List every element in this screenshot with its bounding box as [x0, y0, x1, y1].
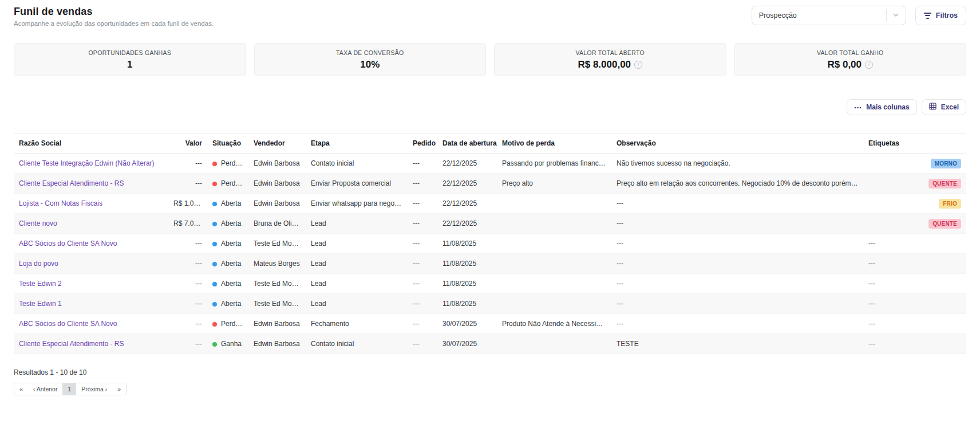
valor-cell: ---	[168, 234, 207, 254]
status-dot-icon	[212, 342, 217, 347]
vendedor-cell: Teste Ed Mobile	[248, 274, 306, 294]
column-header: Razão Social	[14, 133, 168, 154]
etiquetas-cell: ---	[863, 294, 966, 314]
page-title: Funil de vendas	[14, 6, 214, 18]
opportunity-link[interactable]: Teste Edwin 2	[19, 280, 62, 288]
situacao-cell: Aberta	[207, 234, 248, 254]
pedido-cell: ---	[408, 194, 437, 214]
column-header: Etiquetas	[863, 133, 966, 154]
table-row: Lojista - Com Notas FiscaisR$ 1.000,00Ab…	[14, 194, 966, 214]
razao-social-cell: ABC Sócios do Cliente SA Novo	[14, 314, 168, 334]
etiqueta-badge: FRIO	[939, 199, 961, 209]
kpi-value: R$ 0,00 i	[827, 59, 873, 70]
pedido-cell: ---	[408, 154, 437, 174]
column-header: Valor	[168, 133, 207, 154]
motivo-perda-cell	[497, 254, 611, 274]
pagination-button[interactable]: »	[112, 383, 126, 395]
opportunity-link[interactable]: Cliente novo	[19, 219, 57, 227]
etiquetas-cell: ---	[863, 274, 966, 294]
vendedor-cell: Edwin Barbosa	[248, 174, 306, 194]
table-row: Teste Edwin 1---AbertaTeste Ed MobileLea…	[14, 294, 966, 314]
kpi-label: OPORTUNIDADES GANHAS	[88, 49, 171, 56]
pagination-button[interactable]: ‹ Anterior	[28, 383, 63, 395]
etapa-cell: Contato inicial	[306, 334, 408, 354]
motivo-perda-cell	[497, 294, 611, 314]
kpi-value: 10%	[360, 59, 380, 70]
pedido-cell: ---	[408, 174, 437, 194]
etiquetas-cell: QUENTE	[863, 214, 966, 234]
filter-icon	[924, 13, 931, 19]
ellipsis-icon	[854, 103, 862, 111]
table-row: Loja do povo---AbertaMateus BorgesLead--…	[14, 254, 966, 274]
opportunity-link[interactable]: Cliente Teste Integração Edwin (Não Alte…	[19, 159, 155, 167]
razao-social-cell: ABC Sócios do Cliente SA Novo	[14, 234, 168, 254]
razao-social-cell: Loja do povo	[14, 254, 168, 274]
table-row: Cliente Teste Integração Edwin (Não Alte…	[14, 154, 966, 174]
etapa-cell: Lead	[306, 274, 408, 294]
etiqueta-badge: MORNO	[931, 159, 961, 168]
funnel-select[interactable]: Prospecção	[752, 6, 906, 25]
vendedor-cell: Edwin Barbosa	[248, 334, 306, 354]
observacao-cell: ---	[611, 274, 863, 294]
vendedor-cell: Teste Ed Mobile	[248, 294, 306, 314]
opportunity-link[interactable]: Loja do povo	[19, 260, 58, 268]
info-icon[interactable]: i	[865, 61, 873, 69]
data-abertura-cell: 22/12/2025	[437, 214, 497, 234]
opportunity-link[interactable]: Cliente Especial Atendimento - RS	[19, 340, 124, 348]
razao-social-cell: Teste Edwin 2	[14, 274, 168, 294]
motivo-perda-cell: Preço alto	[497, 174, 611, 194]
data-abertura-cell: 22/12/2025	[437, 174, 497, 194]
table-body: Cliente Teste Integração Edwin (Não Alte…	[14, 154, 966, 354]
status-dot-icon	[212, 202, 217, 206]
observacao-cell: ---	[611, 234, 863, 254]
etiquetas-cell: ---	[863, 334, 966, 354]
kpi-card-total-open-value: VALOR TOTAL ABERTO R$ 8.000,00 i	[494, 43, 726, 76]
motivo-perda-cell	[497, 214, 611, 234]
column-header: Situação	[207, 133, 248, 154]
opportunity-link[interactable]: Teste Edwin 1	[19, 300, 62, 308]
valor-cell: ---	[168, 174, 207, 194]
pedido-cell: ---	[408, 234, 437, 254]
pedido-cell: ---	[408, 254, 437, 274]
table-row: ABC Sócios do Cliente SA Novo---AbertaTe…	[14, 234, 966, 254]
opportunity-link[interactable]: ABC Sócios do Cliente SA Novo	[19, 320, 117, 328]
situacao-cell: Ganha	[207, 334, 248, 354]
observacao-cell: Não tivemos sucesso na negociação.	[611, 154, 863, 174]
table-actions: Mais colunas Excel	[14, 99, 966, 115]
more-columns-button[interactable]: Mais colunas	[847, 99, 916, 115]
kpi-value-text: R$ 0,00	[827, 59, 862, 70]
data-abertura-cell: 11/08/2025	[437, 234, 497, 254]
vendedor-cell: Edwin Barbosa	[248, 154, 306, 174]
excel-label: Excel	[941, 103, 959, 111]
data-abertura-cell: 11/08/2025	[437, 294, 497, 314]
valor-cell: ---	[168, 154, 207, 174]
opportunity-link[interactable]: Cliente Especial Atendimento - RS	[19, 179, 124, 187]
info-icon[interactable]: i	[634, 61, 642, 69]
pagination-button[interactable]: Próxima ›	[76, 383, 112, 395]
filters-button[interactable]: Filtros	[915, 6, 966, 25]
kpi-card-opportunities-won: OPORTUNIDADES GANHAS 1	[14, 43, 246, 76]
etiqueta-badge: QUENTE	[928, 179, 961, 189]
status-dot-icon	[212, 262, 217, 266]
pagination-current-page[interactable]: 1	[62, 383, 76, 395]
column-header: Pedido	[408, 133, 437, 154]
etapa-cell: Lead	[306, 234, 408, 254]
data-abertura-cell: 30/07/2025	[437, 314, 497, 334]
grid-icon	[929, 103, 936, 112]
motivo-perda-cell	[497, 234, 611, 254]
table-row: ABC Sócios do Cliente SA Novo---PerdidaE…	[14, 314, 966, 334]
opportunity-link[interactable]: ABC Sócios do Cliente SA Novo	[19, 239, 117, 248]
excel-export-button[interactable]: Excel	[922, 99, 966, 115]
etapa-cell: Fechamento	[306, 314, 408, 334]
status-dot-icon	[212, 302, 217, 307]
data-abertura-cell: 22/12/2025	[437, 154, 497, 174]
situacao-cell: Aberta	[207, 194, 248, 214]
observacao-cell: ---	[611, 294, 863, 314]
kpi-label: VALOR TOTAL ABERTO	[575, 49, 645, 56]
etapa-cell: Lead	[306, 214, 408, 234]
pagination-button[interactable]: «	[14, 383, 28, 395]
data-abertura-cell: 22/12/2025	[437, 194, 497, 214]
table-row: Cliente novoR$ 7.000,00AbertaBruna de Ol…	[14, 214, 966, 234]
opportunity-link[interactable]: Lojista - Com Notas Fiscais	[19, 199, 102, 207]
data-abertura-cell: 30/07/2025	[437, 334, 497, 354]
